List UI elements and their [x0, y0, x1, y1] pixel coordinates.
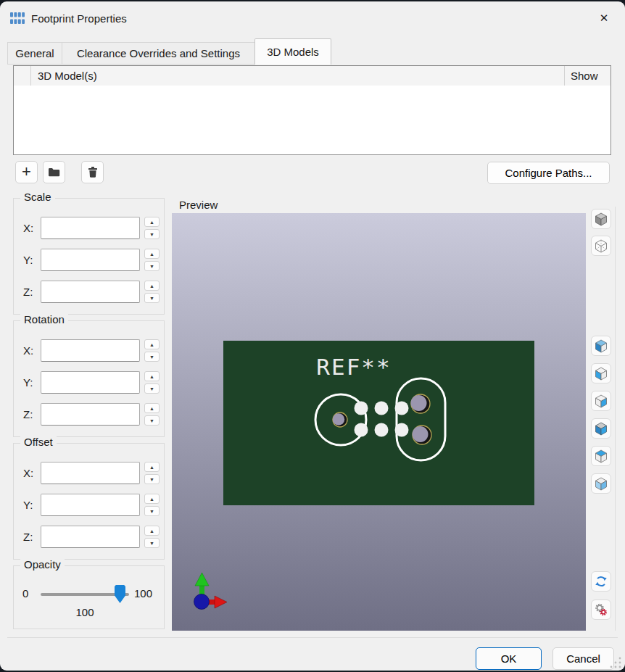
offset-x-spin-up-button[interactable]: ▲ — [144, 462, 160, 472]
scale-x-input[interactable] — [41, 217, 140, 239]
scale-z-spin-down-button[interactable]: ▼ — [144, 293, 160, 303]
down-arrow-icon: ▼ — [149, 264, 154, 269]
scale-x-spin-up-button[interactable]: ▲ — [144, 217, 160, 227]
rotation-y-label: Y: — [23, 376, 33, 389]
scale-y-spin-up-button[interactable]: ▲ — [144, 249, 160, 259]
up-arrow-icon: ▲ — [149, 220, 154, 225]
down-arrow-icon: ▼ — [149, 541, 154, 546]
tab-clearance-overrides[interactable]: Clearance Overrides and Settings — [62, 42, 255, 65]
rotation-x-spinner: ▲ ▼ — [144, 339, 160, 362]
offset-z-label: Z: — [23, 531, 33, 543]
scale-x-label: X: — [23, 222, 33, 234]
offset-x-input[interactable] — [41, 462, 140, 484]
refresh-icon — [594, 574, 608, 589]
offset-group: Offset X: ▲ ▼ Y: ▲ ▼ Z: ▲ ▼ — [13, 443, 165, 560]
footprint-app-icon — [10, 12, 25, 24]
browse-folder-button[interactable] — [43, 161, 65, 183]
configure-paths-button[interactable]: Configure Paths... — [487, 162, 610, 184]
offset-y-input[interactable] — [41, 494, 140, 516]
solid-cube-icon — [594, 212, 608, 226]
title-bar[interactable]: Footprint Properties ✕ — [0, 1, 625, 35]
offset-x-spin-down-button[interactable]: ▼ — [144, 474, 160, 484]
scale-y-spin-down-button[interactable]: ▼ — [144, 261, 160, 271]
offset-z-spin-down-button[interactable]: ▼ — [144, 538, 160, 548]
configure-paths-label: Configure Paths... — [505, 167, 592, 179]
rotation-y-spinner: ▲ ▼ — [144, 371, 160, 394]
window-title: Footprint Properties — [31, 12, 127, 25]
down-arrow-icon: ▼ — [149, 386, 154, 391]
view-right-button[interactable] — [591, 391, 611, 411]
scale-x-spin-down-button[interactable]: ▼ — [144, 229, 160, 239]
scale-x-spinner: ▲ ▼ — [144, 217, 160, 239]
close-button[interactable]: ✕ — [589, 6, 619, 30]
rotation-y-spin-down-button[interactable]: ▼ — [144, 383, 160, 394]
scale-z-spin-up-button[interactable]: ▲ — [144, 281, 160, 291]
rotation-x-spin-down-button[interactable]: ▼ — [144, 352, 160, 362]
view-bottom-button[interactable] — [591, 473, 611, 494]
rotation-y-spin-up-button[interactable]: ▲ — [144, 371, 160, 381]
column-header-show: Show — [564, 66, 610, 86]
view-back-button[interactable] — [591, 418, 611, 439]
opacity-slider-handle[interactable] — [115, 585, 125, 603]
cube-top-face-icon — [594, 449, 608, 463]
offset-y-spin-down-button[interactable]: ▼ — [144, 506, 160, 516]
rotation-y-input[interactable] — [41, 371, 140, 394]
view-top-button[interactable] — [591, 446, 611, 466]
view-front-button[interactable] — [591, 363, 611, 383]
cube-left-face-icon — [594, 339, 608, 353]
preview-label: Preview — [179, 199, 218, 211]
ok-button[interactable]: OK — [476, 647, 542, 670]
plus-icon: + — [22, 164, 31, 180]
trash-icon — [88, 167, 98, 178]
rotation-z-spinner: ▲ ▼ — [144, 403, 160, 426]
reload-preview-button[interactable] — [591, 571, 611, 592]
tab-clearance-label: Clearance Overrides and Settings — [77, 47, 240, 59]
tab-general[interactable]: General — [7, 42, 62, 65]
view-left-button[interactable] — [591, 336, 611, 356]
up-arrow-icon: ▲ — [149, 406, 154, 411]
offset-y-spin-up-button[interactable]: ▲ — [144, 494, 160, 504]
offset-y-label: Y: — [23, 499, 33, 511]
down-arrow-icon: ▼ — [149, 354, 154, 360]
preview-settings-button[interactable] — [591, 600, 611, 620]
model-table-header: 3D Model(s) Show — [14, 66, 610, 86]
rotation-x-spin-up-button[interactable]: ▲ — [144, 339, 160, 349]
bounding-box-view-button[interactable] — [591, 236, 611, 256]
table-corner-cell — [14, 66, 31, 86]
footprint-properties-dialog: Footprint Properties ✕ General Clearance… — [0, 1, 625, 671]
rotation-z-input[interactable] — [41, 403, 140, 426]
axis-triad-icon — [194, 573, 228, 610]
rotation-z-spin-up-button[interactable]: ▲ — [144, 403, 160, 413]
shaded-view-button[interactable] — [591, 209, 611, 229]
scale-z-input[interactable] — [41, 281, 140, 303]
offset-z-spinner: ▲ ▼ — [144, 526, 160, 548]
up-arrow-icon: ▲ — [149, 497, 154, 502]
rotation-z-row: Z: ▲ ▼ — [14, 403, 164, 426]
resize-grip[interactable] — [609, 656, 622, 668]
offset-x-spinner: ▲ ▼ — [144, 462, 160, 484]
tab-3d-models-label: 3D Models — [267, 46, 319, 58]
rotation-z-label: Z: — [23, 408, 33, 420]
up-arrow-icon: ▲ — [149, 374, 154, 379]
rotation-z-spin-down-button[interactable]: ▼ — [144, 415, 160, 426]
delete-model-button[interactable] — [81, 161, 104, 183]
tab-3d-models[interactable]: 3D Models — [254, 38, 331, 65]
scale-x-row: X: ▲ ▼ — [14, 217, 164, 239]
scale-y-input[interactable] — [41, 249, 140, 271]
opacity-value: 100 — [41, 606, 129, 618]
wireframe-cube-icon — [594, 238, 608, 253]
offset-z-input[interactable] — [41, 526, 140, 548]
add-model-button[interactable]: + — [15, 161, 38, 183]
offset-z-spin-up-button[interactable]: ▲ — [144, 526, 160, 536]
model-table-body[interactable] — [14, 86, 610, 154]
rotation-x-input[interactable] — [41, 339, 140, 362]
down-arrow-icon: ▼ — [149, 232, 154, 237]
rotation-x-label: X: — [23, 344, 33, 357]
preview-3d-viewport[interactable]: REF** — [172, 213, 586, 631]
up-arrow-icon: ▲ — [149, 465, 154, 470]
opacity-min-label: 0 — [22, 587, 28, 600]
down-arrow-icon: ▼ — [149, 296, 154, 301]
up-arrow-icon: ▲ — [149, 252, 154, 257]
pcb-3d-scene: REF** — [172, 213, 586, 631]
cancel-button[interactable]: Cancel — [552, 647, 614, 670]
